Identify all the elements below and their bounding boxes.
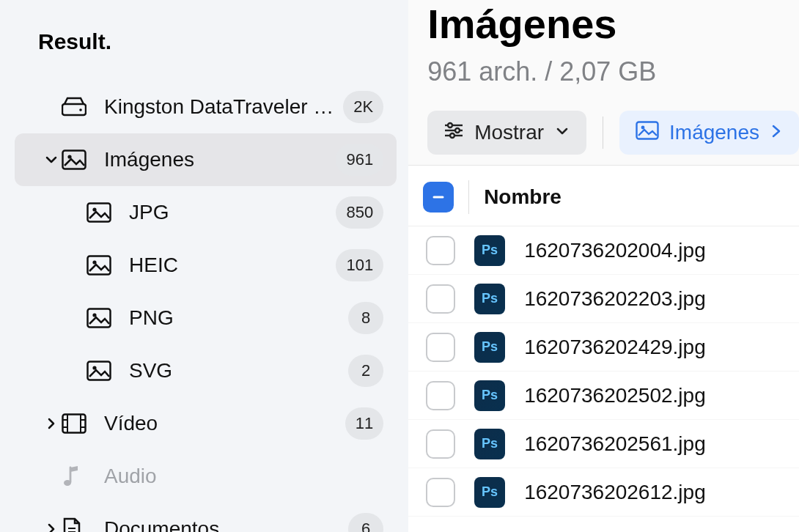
file-row[interactable]: Ps1620736202203.jpg (408, 275, 799, 323)
row-checkbox[interactable] (426, 478, 455, 507)
row-checkbox[interactable] (426, 236, 455, 265)
tree-item-audio[interactable]: Audio (15, 450, 397, 503)
svg-rect-28 (637, 122, 658, 138)
select-all-checkbox[interactable] (423, 182, 454, 213)
svg-rect-9 (88, 362, 111, 380)
photoshop-file-icon: Ps (474, 332, 505, 363)
count-badge: 6 (348, 513, 383, 532)
tree-item-video[interactable]: Vídeo 11 (15, 397, 397, 450)
divider (468, 180, 469, 214)
tree-item-label: SVG (129, 359, 348, 383)
tree-item-label: Audio (104, 465, 383, 488)
file-name: 1620736202561.jpg (524, 432, 706, 456)
divider (603, 117, 603, 149)
photoshop-file-icon: Ps (474, 284, 505, 314)
row-checkbox[interactable] (426, 333, 455, 362)
image-icon (62, 149, 89, 170)
table-header: Nombre (408, 166, 799, 226)
show-button-label: Mostrar (474, 121, 544, 144)
file-name: 1620736202203.jpg (524, 287, 706, 311)
tree-item-documents[interactable]: Documentos 6 (15, 503, 397, 532)
svg-point-18 (64, 480, 71, 486)
tree-item-label: Vídeo (104, 412, 345, 435)
file-row[interactable]: Ps1620736202502.jpg (408, 372, 799, 420)
file-list: Ps1620736202004.jpgPs1620736202203.jpgPs… (408, 226, 799, 517)
count-badge: 11 (345, 407, 383, 440)
image-icon (636, 121, 659, 145)
chevron-down-icon[interactable] (41, 152, 62, 167)
photoshop-file-icon: Ps (474, 380, 505, 411)
tree-item-svg[interactable]: SVG 2 (15, 344, 397, 397)
image-icon (86, 308, 114, 328)
file-row[interactable]: Ps1620736202561.jpg (408, 420, 799, 468)
main-panel: Imágenes 961 arch. / 2,07 GB Mostrar (408, 0, 799, 532)
svg-point-25 (455, 128, 460, 133)
chevron-down-icon (554, 121, 570, 144)
tree-item-images[interactable]: Imágenes 961 (15, 133, 397, 186)
count-badge: 2K (343, 91, 383, 123)
svg-rect-1 (63, 151, 86, 169)
chevron-right-icon (770, 121, 783, 144)
photoshop-file-icon: Ps (474, 235, 505, 266)
svg-point-0 (79, 108, 82, 111)
sidebar: Result. Kingston DataTraveler 16… 2K Imá… (0, 0, 408, 532)
tree-item-png[interactable]: PNG 8 (15, 292, 397, 344)
count-badge: 8 (348, 302, 383, 334)
row-checkbox[interactable] (426, 381, 455, 410)
chevron-right-icon[interactable] (41, 522, 62, 532)
image-icon (86, 255, 114, 276)
tree-item-label: PNG (129, 306, 348, 330)
file-row[interactable]: Ps1620736202004.jpg (408, 226, 799, 275)
count-badge: 101 (336, 249, 383, 281)
tree-item-label: Imágenes (104, 148, 336, 171)
hard-drive-icon (62, 97, 89, 117)
filter-images-button[interactable]: Imágenes (619, 111, 799, 155)
audio-icon (62, 465, 89, 488)
result-label: Result. (38, 29, 408, 54)
page-title: Imágenes (427, 0, 799, 48)
toolbar: Mostrar Imágenes (408, 111, 799, 165)
document-icon (62, 517, 89, 532)
filter-button-label: Imágenes (669, 121, 759, 144)
page-subtitle: 961 arch. / 2,07 GB (427, 56, 799, 87)
tree-item-jpg[interactable]: JPG 850 (15, 186, 397, 239)
tree-item-label: Kingston DataTraveler 16… (104, 95, 343, 119)
file-row[interactable]: Ps1620736202429.jpg (408, 323, 799, 372)
file-row[interactable]: Ps1620736202612.jpg (408, 468, 799, 517)
tree-item-device[interactable]: Kingston DataTraveler 16… 2K (15, 81, 397, 133)
column-header-name[interactable]: Nombre (484, 185, 561, 209)
main-header: Imágenes 961 arch. / 2,07 GB Mostrar (408, 0, 799, 166)
tree-item-label: HEIC (129, 254, 336, 277)
svg-point-27 (450, 133, 454, 138)
svg-rect-3 (88, 204, 111, 222)
image-icon (86, 202, 114, 223)
svg-rect-11 (63, 415, 86, 433)
svg-point-23 (448, 123, 452, 128)
count-badge: 961 (336, 144, 383, 176)
file-name: 1620736202502.jpg (524, 384, 706, 407)
show-button[interactable]: Mostrar (427, 111, 586, 155)
image-icon (86, 361, 114, 381)
tree-item-label: Documentos (104, 517, 348, 532)
photoshop-file-icon: Ps (474, 477, 505, 508)
sliders-icon (443, 121, 464, 144)
file-name: 1620736202612.jpg (524, 481, 706, 504)
count-badge: 850 (336, 196, 383, 229)
tree: Kingston DataTraveler 16… 2K Imágenes 96… (0, 81, 408, 532)
row-checkbox[interactable] (426, 429, 455, 459)
photoshop-file-icon: Ps (474, 429, 505, 459)
file-area: Nombre Ps1620736202004.jpgPs162073620220… (408, 166, 799, 532)
chevron-right-icon[interactable] (41, 416, 62, 431)
tree-item-label: JPG (129, 201, 336, 224)
svg-rect-7 (88, 309, 111, 328)
file-name: 1620736202004.jpg (524, 239, 706, 262)
row-checkbox[interactable] (426, 284, 455, 314)
video-icon (62, 413, 89, 434)
file-name: 1620736202429.jpg (524, 336, 706, 359)
count-badge: 2 (348, 355, 383, 387)
svg-rect-5 (88, 256, 111, 275)
tree-item-heic[interactable]: HEIC 101 (15, 239, 397, 292)
